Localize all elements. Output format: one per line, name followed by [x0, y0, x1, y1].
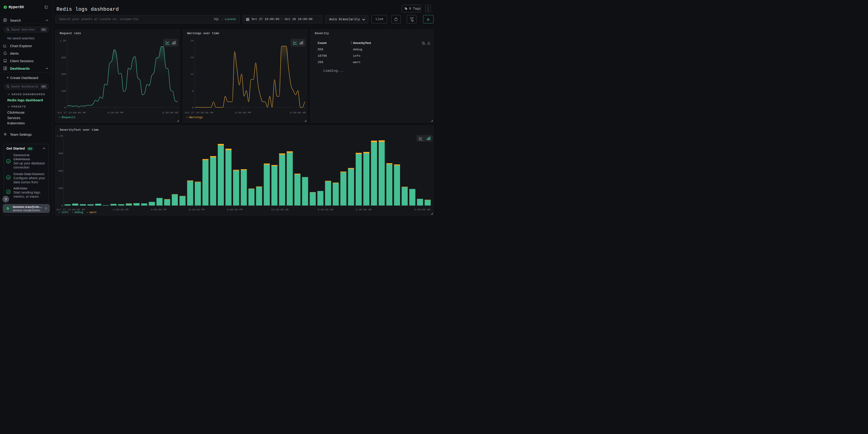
svg-text:9:30:00 AM: 9:30:00 AM	[290, 111, 306, 114]
svg-text:0: 0	[61, 204, 63, 207]
svg-text:0: 0	[192, 106, 193, 109]
svg-text:1:30:00 PM: 1:30:00 PM	[113, 208, 128, 211]
svg-text:Oct 27 10:00:00 AM: Oct 27 10:00:00 AM	[57, 111, 86, 114]
svg-text:8:30:00 PM: 8:30:00 PM	[107, 111, 123, 114]
svg-text:6:30:00 PM: 6:30:00 PM	[189, 208, 205, 211]
svg-text:5:30:00 AM: 5:30:00 AM	[356, 208, 371, 211]
svg-text:12:00:00 AM: 12:00:00 AM	[271, 208, 288, 211]
svg-text:12: 12	[190, 73, 193, 75]
svg-text:900: 900	[61, 56, 66, 59]
svg-text:6: 6	[192, 90, 193, 92]
svg-text:900: 900	[58, 152, 63, 155]
svg-text:600: 600	[61, 73, 66, 75]
svg-text:1.2K: 1.2K	[60, 39, 66, 42]
svg-text:18: 18	[190, 56, 193, 59]
svg-text:4:00:00 PM: 4:00:00 PM	[151, 208, 166, 211]
svg-text:300: 300	[61, 90, 66, 92]
svg-text:1.2K: 1.2K	[57, 134, 63, 137]
svg-text:9:00:00 PM: 9:00:00 PM	[227, 208, 243, 211]
svg-text:600: 600	[58, 169, 63, 173]
svg-text:8:30:00 PM: 8:30:00 PM	[235, 111, 251, 114]
svg-text:9:30:00 AM: 9:30:00 AM	[414, 208, 430, 211]
svg-text:24: 24	[190, 39, 193, 42]
svg-text:9:30:00 AM: 9:30:00 AM	[162, 111, 178, 114]
svg-text:0: 0	[64, 106, 66, 109]
svg-text:3:00:00 AM: 3:00:00 AM	[317, 208, 333, 211]
svg-text:300: 300	[58, 187, 63, 190]
svg-text:Oct 27 10:00:00 AM: Oct 27 10:00:00 AM	[185, 111, 213, 114]
